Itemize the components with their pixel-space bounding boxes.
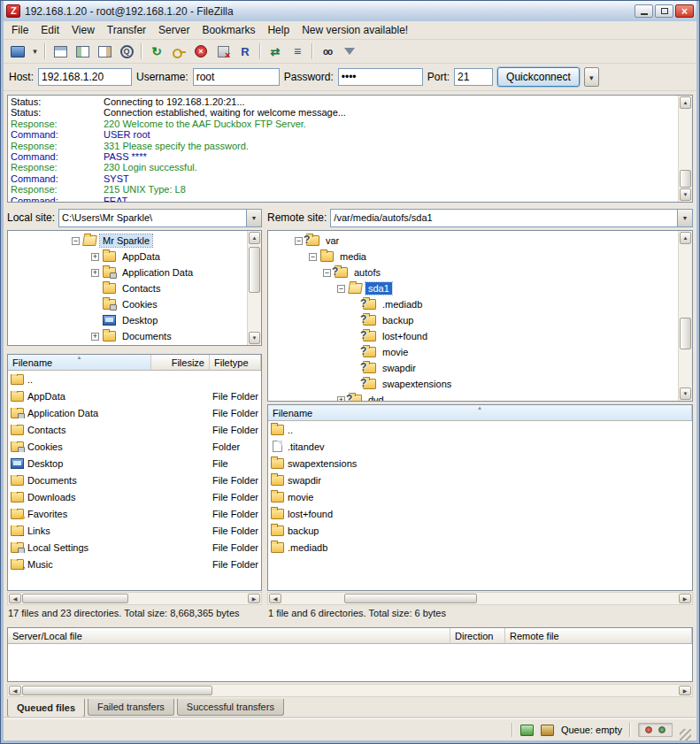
queue-hscrollbar[interactable] xyxy=(7,684,693,697)
tree-item[interactable]: Application Data xyxy=(10,265,245,280)
scrollbar-thumb[interactable] xyxy=(344,594,477,603)
tree-item[interactable]: .mediadb xyxy=(270,296,676,312)
column-header-direction[interactable]: Direction xyxy=(450,628,505,643)
maximize-button[interactable] xyxy=(655,4,673,18)
collapse-icon[interactable] xyxy=(72,237,80,245)
file-row[interactable]: swapextensions xyxy=(268,455,692,472)
remote-directory-tree[interactable]: var media autofs sda1 .mediadb backup lo… xyxy=(267,230,693,402)
host-input[interactable] xyxy=(38,68,132,86)
scroll-down-button[interactable] xyxy=(680,387,691,400)
expand-icon[interactable] xyxy=(91,269,99,277)
port-input[interactable] xyxy=(454,68,493,86)
file-row[interactable]: DownloadsFile Folder xyxy=(8,488,261,505)
remote-file-list[interactable]: Filename .. .titandev swapextensions swa… xyxy=(267,404,693,591)
scroll-right-button[interactable] xyxy=(248,594,260,603)
column-header-filename[interactable]: Filename xyxy=(8,355,151,370)
collapse-icon[interactable] xyxy=(295,237,303,245)
scrollbar-thumb[interactable] xyxy=(249,247,260,293)
minimize-button[interactable] xyxy=(635,4,653,18)
scroll-down-button[interactable] xyxy=(249,332,260,344)
quickconnect-dropdown-button[interactable] xyxy=(584,67,599,87)
find-files-button[interactable] xyxy=(317,42,338,62)
cancel-operation-button[interactable] xyxy=(190,42,212,62)
chevron-down-icon[interactable] xyxy=(246,210,261,226)
tree-item[interactable]: swapextensions xyxy=(270,376,676,392)
tree-item[interactable]: Contacts xyxy=(10,280,245,296)
process-queue-button[interactable] xyxy=(168,42,189,62)
tree-item[interactable]: Cookies xyxy=(10,296,245,312)
tree-item[interactable]: var xyxy=(270,233,676,249)
scroll-right-button[interactable] xyxy=(679,594,691,603)
local-file-list[interactable]: Filename Filesize Filetype .. AppDataFil… xyxy=(7,354,262,591)
file-row[interactable]: DocumentsFile Folder xyxy=(8,472,261,488)
menu-item-bookmarks[interactable]: Bookmarks xyxy=(196,22,261,38)
local-directory-tree[interactable]: Mr Sparkle AppData Application Data Cont… xyxy=(7,230,262,346)
password-input[interactable] xyxy=(338,68,423,86)
menu-item-edit[interactable]: Edit xyxy=(35,22,65,38)
chevron-down-icon[interactable] xyxy=(677,210,692,226)
directory-comparison-button[interactable] xyxy=(265,42,286,62)
column-header-remote-file[interactable]: Remote file xyxy=(505,628,692,643)
tree-item[interactable]: movie xyxy=(270,344,676,360)
remote-site-combobox[interactable]: /var/media/autofs/sda1 xyxy=(330,209,693,227)
file-row[interactable]: swapdir xyxy=(268,472,692,488)
file-row[interactable]: movie xyxy=(268,488,692,505)
tree-item[interactable]: Mr Sparkle xyxy=(10,233,245,249)
collapse-icon[interactable] xyxy=(309,253,317,261)
file-row[interactable]: .. xyxy=(8,371,261,387)
tree-item[interactable]: sda1 xyxy=(270,280,676,296)
scroll-up-button[interactable] xyxy=(249,232,260,244)
file-row[interactable]: LinksFile Folder xyxy=(8,522,261,539)
toggle-transfer-queue-button[interactable]: Q xyxy=(116,42,137,62)
scrollbar-thumb[interactable] xyxy=(22,686,212,695)
collapse-icon[interactable] xyxy=(323,269,331,277)
username-input[interactable] xyxy=(193,68,280,86)
expand-icon[interactable] xyxy=(337,396,345,403)
tab-failed-transfers[interactable]: Failed transfers xyxy=(88,699,174,716)
menu-item-new-version[interactable]: New version available! xyxy=(296,22,414,38)
column-header-filename[interactable]: Filename xyxy=(268,405,692,420)
log-scrollbar[interactable] xyxy=(678,96,692,202)
file-row[interactable]: ContactsFile Folder xyxy=(8,421,261,438)
file-row[interactable]: backup xyxy=(268,522,692,539)
toggle-message-log-button[interactable] xyxy=(50,42,71,62)
titlebar[interactable]: 192.168.1.20 - root@192.168.1.20 - FileZ… xyxy=(4,1,696,21)
scroll-left-button[interactable] xyxy=(9,594,21,603)
file-row[interactable]: CookiesFolder xyxy=(8,438,261,455)
remote-list-hscrollbar[interactable] xyxy=(267,592,693,605)
tree-item[interactable]: lost+found xyxy=(270,328,676,344)
scroll-right-button[interactable] xyxy=(679,686,691,695)
toggle-remote-tree-button[interactable] xyxy=(94,42,115,62)
tab-queued-files[interactable]: Queued files xyxy=(7,699,85,717)
expand-icon[interactable] xyxy=(91,253,99,261)
scrollbar-thumb[interactable] xyxy=(680,318,691,349)
tree-item[interactable]: AppData xyxy=(10,249,245,265)
column-header-server-local-file[interactable]: Server/Local file xyxy=(8,628,450,643)
quickconnect-button[interactable]: Quickconnect xyxy=(497,67,580,87)
local-tree-scrollbar[interactable] xyxy=(247,231,261,345)
site-manager-dropdown-button[interactable] xyxy=(29,42,41,62)
remote-list-body[interactable]: .. .titandev swapextensions swapdir movi… xyxy=(268,421,692,590)
scroll-left-button[interactable] xyxy=(9,686,21,695)
scrollbar-thumb[interactable] xyxy=(680,170,691,188)
file-row[interactable]: MusicFile Folder xyxy=(8,556,261,572)
file-row[interactable]: .titandev xyxy=(268,438,692,455)
file-row[interactable]: Application DataFile Folder xyxy=(8,404,261,421)
column-header-filesize[interactable]: Filesize xyxy=(151,355,210,370)
file-row[interactable]: .. xyxy=(268,421,692,438)
tree-item[interactable]: Downloads xyxy=(10,344,245,346)
menu-item-transfer[interactable]: Transfer xyxy=(101,22,152,38)
toggle-local-tree-button[interactable] xyxy=(72,42,93,62)
close-button[interactable] xyxy=(675,4,694,18)
tree-item[interactable]: Documents xyxy=(10,328,245,344)
queue-body[interactable] xyxy=(8,644,692,681)
expand-icon[interactable] xyxy=(91,333,99,341)
tree-item[interactable]: Desktop xyxy=(10,312,245,328)
filter-button[interactable] xyxy=(339,42,360,62)
local-list-hscrollbar[interactable] xyxy=(7,592,262,605)
encryption-status-icon[interactable] xyxy=(520,725,534,736)
scroll-up-button[interactable] xyxy=(680,96,691,109)
tree-item[interactable]: dvd xyxy=(270,392,676,402)
menu-item-view[interactable]: View xyxy=(65,22,101,38)
scroll-down-button[interactable] xyxy=(680,188,691,201)
